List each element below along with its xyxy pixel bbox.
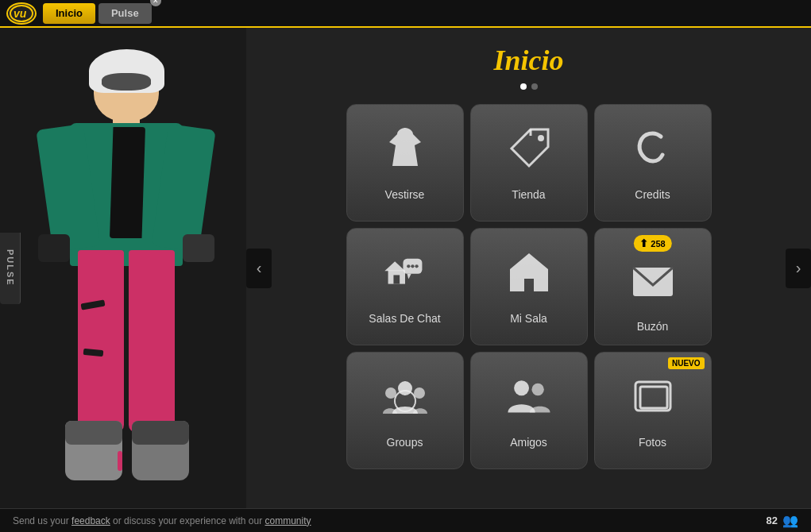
mail-icon — [629, 256, 677, 314]
grid-item-buzon[interactable]: ⬆ 258 Buzón — [594, 228, 712, 345]
content-panel: ‹ Inicio Vestirse Tienda — [246, 28, 811, 508]
logo: vu — [6, 2, 37, 25]
grid-item-vestirse[interactable]: Vestirse — [346, 104, 464, 222]
dress-icon — [381, 125, 429, 182]
nav-arrow-right[interactable]: › — [786, 249, 811, 288]
svg-point-18 — [514, 380, 529, 395]
avatar-panel: PULSE — [0, 28, 246, 508]
feedback-link[interactable]: feedback — [71, 515, 110, 526]
pulse-side-tab[interactable]: PULSE — [0, 233, 21, 304]
grid-item-tienda[interactable]: Tienda — [470, 104, 588, 222]
buzon-badge: ⬆ 258 — [633, 235, 671, 252]
svg-point-16 — [414, 387, 425, 399]
main-content: PULSE — [0, 28, 811, 508]
svg-text:vu: vu — [14, 7, 27, 20]
community-link[interactable]: community — [265, 515, 311, 526]
dot-1[interactable] — [520, 83, 527, 90]
photos-icon — [629, 372, 677, 430]
mi-sala-label: Mi Sala — [510, 312, 547, 325]
tab-pulse-close[interactable]: ✕ — [150, 0, 161, 6]
chat-home-icon — [381, 249, 429, 306]
svg-point-10 — [411, 264, 414, 268]
svg-point-2 — [538, 135, 544, 141]
tab-pulse[interactable]: Pulse — [98, 3, 152, 24]
fotos-nuevo-badge: NUEVO — [668, 357, 705, 369]
nav-arrow-left[interactable]: ‹ — [246, 249, 272, 288]
svg-rect-6 — [393, 275, 400, 283]
topbar: vu Inicio Pulse ✕ — [0, 0, 811, 28]
tag-icon — [505, 125, 553, 182]
footer-text: Send us your feedback or discuss your ex… — [13, 515, 311, 526]
main-grid: Vestirse Tienda Credits — [346, 104, 712, 469]
user-count: 82 — [767, 515, 778, 526]
avatar — [24, 48, 230, 508]
tab-inicio[interactable]: Inicio — [43, 3, 95, 24]
page-dots — [520, 83, 538, 90]
svg-marker-12 — [510, 253, 548, 291]
salas-label: Salas De Chat — [369, 312, 440, 325]
friends-icon — [505, 372, 553, 430]
amigos-label: Amigos — [510, 436, 547, 449]
page-title: Inicio — [493, 44, 563, 77]
svg-point-15 — [385, 387, 396, 399]
grid-item-mi-sala[interactable]: Mi Sala — [470, 228, 588, 345]
svg-marker-8 — [407, 274, 411, 279]
dot-2[interactable] — [531, 83, 538, 90]
vestirse-label: Vestirse — [385, 188, 425, 201]
grid-item-credits[interactable]: Credits — [594, 104, 712, 222]
svg-rect-21 — [640, 387, 667, 408]
fotos-label: Fotos — [639, 436, 666, 449]
footer-right: 82 👥 — [767, 513, 798, 528]
buzon-label: Buzón — [637, 320, 669, 333]
svg-point-9 — [407, 264, 410, 268]
svg-point-11 — [415, 264, 418, 268]
tienda-label: Tienda — [512, 188, 545, 201]
grid-item-salas[interactable]: Salas De Chat — [346, 228, 464, 345]
footer: Send us your feedback or discuss your ex… — [0, 508, 811, 532]
groups-label: Groups — [387, 436, 423, 449]
users-icon: 👥 — [782, 513, 798, 528]
groups-icon — [381, 372, 429, 430]
grid-item-amigos[interactable]: Amigos — [470, 352, 588, 469]
svg-point-19 — [531, 384, 543, 395]
home-icon — [505, 249, 553, 306]
credits-label: Credits — [635, 188, 670, 201]
svg-point-14 — [398, 381, 412, 395]
svg-marker-4 — [384, 261, 405, 271]
grid-item-fotos[interactable]: NUEVO Fotos — [594, 352, 712, 469]
grid-item-groups[interactable]: Groups — [346, 352, 464, 469]
credits-icon — [629, 125, 677, 182]
